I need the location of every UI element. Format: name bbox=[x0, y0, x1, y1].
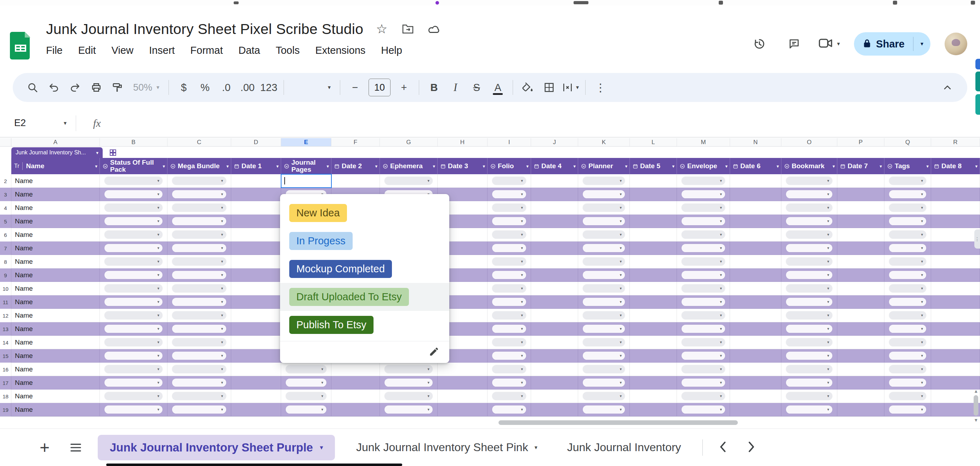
cell-B17[interactable]: ▾ bbox=[100, 376, 167, 390]
cell-D12[interactable] bbox=[231, 309, 281, 322]
cell-Q2[interactable]: ▾ bbox=[885, 174, 931, 188]
dropdown-chip[interactable]: ▾ bbox=[385, 365, 433, 373]
sheet-tab-pink[interactable]: Junk Journal Inventory Sheet Pink ▾ bbox=[348, 441, 546, 454]
cell-L15[interactable] bbox=[630, 349, 677, 363]
italic-button[interactable]: I bbox=[445, 78, 465, 97]
cell-F18[interactable] bbox=[331, 390, 380, 403]
column-letter-F[interactable]: F bbox=[331, 138, 380, 146]
dropdown-chip[interactable]: ▾ bbox=[889, 244, 926, 252]
cell-O4[interactable]: ▾ bbox=[781, 201, 837, 215]
cell-M7[interactable]: ▾ bbox=[677, 242, 730, 255]
dropdown-chip[interactable]: ▾ bbox=[889, 406, 926, 414]
cell-B11[interactable]: ▾ bbox=[100, 295, 167, 309]
toolbar-overflow-button[interactable]: ⋮ bbox=[590, 78, 610, 97]
cell-J14[interactable] bbox=[531, 336, 578, 349]
cell-L10[interactable] bbox=[630, 282, 677, 295]
table-grid-icon[interactable] bbox=[108, 148, 118, 157]
dropdown-chip[interactable]: ▾ bbox=[172, 392, 226, 400]
cell-Q14[interactable]: ▾ bbox=[885, 336, 931, 349]
cell-R14[interactable] bbox=[931, 336, 980, 349]
dropdown-chip[interactable]: ▾ bbox=[286, 379, 326, 386]
dropdown-chip[interactable]: ▾ bbox=[492, 338, 526, 346]
cell-L7[interactable] bbox=[630, 242, 677, 255]
cell-D11[interactable] bbox=[231, 295, 281, 309]
cell-L16[interactable] bbox=[630, 363, 677, 376]
dropdown-chip[interactable]: ▾ bbox=[681, 351, 725, 360]
dropdown-chip[interactable]: ▾ bbox=[583, 392, 625, 400]
cell-K17[interactable]: ▾ bbox=[578, 376, 630, 390]
cell-B2[interactable]: ▾ bbox=[100, 174, 167, 188]
dropdown-chip[interactable]: ▾ bbox=[889, 338, 926, 346]
dropdown-chip[interactable]: ▾ bbox=[889, 177, 926, 185]
dropdown-chip[interactable]: ▾ bbox=[889, 311, 926, 320]
cell-P18[interactable] bbox=[837, 390, 885, 403]
dropdown-option[interactable]: Publish To Etsy bbox=[280, 311, 449, 339]
menu-insert[interactable]: Insert bbox=[149, 45, 175, 56]
cell-P17[interactable] bbox=[837, 376, 885, 390]
cell-B5[interactable]: ▾ bbox=[100, 215, 167, 228]
dropdown-chip[interactable]: ▾ bbox=[889, 271, 926, 279]
cell-I2[interactable]: ▾ bbox=[487, 174, 531, 188]
share-button[interactable]: Share ▾ bbox=[854, 32, 931, 56]
cell-P15[interactable] bbox=[837, 349, 885, 363]
cell-C11[interactable]: ▾ bbox=[167, 295, 231, 309]
pencil-icon[interactable] bbox=[429, 346, 439, 358]
cell-J17[interactable] bbox=[531, 376, 578, 390]
cell-I4[interactable]: ▾ bbox=[487, 201, 531, 215]
cell-M4[interactable]: ▾ bbox=[677, 201, 730, 215]
dropdown-chip[interactable]: ▾ bbox=[681, 204, 725, 212]
cell-R8[interactable] bbox=[931, 255, 980, 269]
cell-O9[interactable]: ▾ bbox=[781, 269, 837, 282]
cell-M10[interactable]: ▾ bbox=[677, 282, 730, 295]
dropdown-chip[interactable]: ▾ bbox=[583, 298, 625, 306]
cell-O11[interactable]: ▾ bbox=[781, 295, 837, 309]
dropdown-chip[interactable]: ▾ bbox=[172, 217, 226, 225]
cell-C12[interactable]: ▾ bbox=[167, 309, 231, 322]
dropdown-chip[interactable]: ▾ bbox=[172, 351, 226, 360]
dropdown-chip[interactable]: ▾ bbox=[681, 271, 725, 279]
cell-I19[interactable]: ▾ bbox=[487, 403, 531, 417]
dropdown-chip[interactable]: ▾ bbox=[385, 177, 433, 185]
tabs-scroll-left-icon[interactable] bbox=[718, 441, 727, 454]
cell-C4[interactable]: ▾ bbox=[167, 201, 231, 215]
active-cell-editor[interactable] bbox=[281, 174, 331, 188]
dropdown-chip[interactable]: ▾ bbox=[889, 258, 926, 266]
more-formats-button[interactable]: 123 bbox=[259, 78, 278, 97]
cell-C15[interactable]: ▾ bbox=[167, 349, 231, 363]
dropdown-chip[interactable]: ▾ bbox=[583, 177, 625, 185]
dropdown-chip[interactable]: ▾ bbox=[492, 231, 526, 239]
dropdown-chip[interactable]: ▾ bbox=[681, 190, 725, 198]
column-letter-P[interactable]: P bbox=[837, 138, 885, 146]
cell-G16[interactable]: ▾ bbox=[380, 363, 438, 376]
cell-N13[interactable] bbox=[730, 322, 781, 336]
font-size-input[interactable]: 10 bbox=[369, 79, 390, 96]
column-letter-E[interactable]: E bbox=[281, 138, 331, 146]
cell-A11[interactable]: Name bbox=[11, 295, 100, 309]
cell-L11[interactable] bbox=[630, 295, 677, 309]
dropdown-chip[interactable]: ▾ bbox=[385, 379, 433, 386]
cell-M5[interactable]: ▾ bbox=[677, 215, 730, 228]
cell-O6[interactable]: ▾ bbox=[781, 228, 837, 242]
dropdown-chip[interactable]: ▾ bbox=[889, 298, 926, 306]
cell-C5[interactable]: ▾ bbox=[167, 215, 231, 228]
cell-C17[interactable]: ▾ bbox=[167, 376, 231, 390]
fill-color-icon[interactable] bbox=[518, 78, 538, 97]
cell-L9[interactable] bbox=[630, 269, 677, 282]
cell-M2[interactable]: ▾ bbox=[677, 174, 730, 188]
cell-A19[interactable]: Name bbox=[11, 403, 100, 417]
cell-J6[interactable] bbox=[531, 228, 578, 242]
dropdown-chip[interactable]: ▾ bbox=[889, 392, 926, 400]
dropdown-chip[interactable]: ▾ bbox=[583, 217, 625, 225]
cell-N2[interactable] bbox=[730, 174, 781, 188]
cell-R12[interactable] bbox=[931, 309, 980, 322]
cell-O8[interactable]: ▾ bbox=[781, 255, 837, 269]
cell-N5[interactable] bbox=[730, 215, 781, 228]
cell-J18[interactable] bbox=[531, 390, 578, 403]
dropdown-chip[interactable]: ▾ bbox=[583, 351, 625, 360]
dropdown-chip[interactable]: ▾ bbox=[105, 351, 162, 360]
cell-P2[interactable] bbox=[837, 174, 885, 188]
cell-N12[interactable] bbox=[730, 309, 781, 322]
dropdown-chip[interactable]: ▾ bbox=[492, 311, 526, 320]
dropdown-chip[interactable]: ▾ bbox=[681, 392, 725, 400]
dropdown-chip[interactable]: ▾ bbox=[681, 284, 725, 293]
